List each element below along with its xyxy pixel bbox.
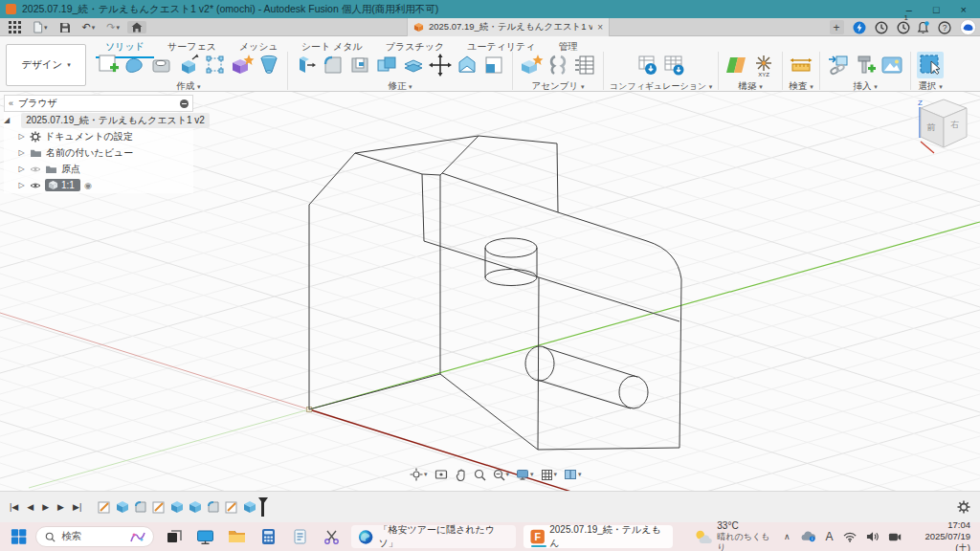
display-settings-icon[interactable]: ▾ [516, 469, 534, 480]
press-pull-icon[interactable] [294, 53, 319, 77]
select-tool-icon[interactable] [918, 53, 943, 77]
create-primitive-icon[interactable] [230, 53, 255, 77]
timeline-settings-gear-icon[interactable] [957, 500, 970, 514]
viewcube-right-label[interactable]: 右 [950, 120, 960, 129]
timeline-feature-sketch[interactable] [224, 499, 239, 515]
timeline-feature-sketch[interactable] [97, 499, 112, 515]
draft-icon[interactable] [455, 53, 479, 77]
browser-header[interactable]: « ブラウザ [4, 95, 193, 112]
step-back-button[interactable]: ◀ [27, 502, 33, 512]
close-tab-icon[interactable]: × [597, 22, 603, 33]
undo-icon[interactable]: ↶▾ [78, 21, 100, 33]
ime-indicator[interactable]: A [826, 530, 834, 543]
calculator-icon[interactable] [256, 524, 280, 549]
step-forward-button[interactable]: ▶ [57, 502, 64, 512]
camera-icon[interactable] [888, 532, 902, 542]
offset-face-icon[interactable] [481, 53, 506, 77]
viewport[interactable]: « ブラウザ ◢ 2025.07.19_続・テルえもんクエスト1 v2 ▷ ドキ… [0, 92, 980, 491]
loft-icon[interactable] [256, 53, 281, 77]
timeline-feature-extrude[interactable] [169, 499, 185, 515]
point-xyz-icon[interactable]: XYZ [751, 53, 776, 77]
timeline-feature-extrude[interactable] [242, 499, 257, 515]
redo-icon[interactable]: ↷▾ [102, 21, 123, 33]
zoom-icon[interactable] [474, 469, 486, 481]
visibility-eye-icon[interactable] [30, 182, 41, 189]
split-body-icon[interactable] [401, 53, 426, 77]
browser-row-component[interactable]: ▷ 1:1 ◉ [17, 177, 193, 193]
visibility-eye-icon[interactable] [30, 165, 41, 173]
form-icon[interactable] [122, 53, 147, 77]
wifi-icon[interactable] [843, 532, 857, 542]
start-button-icon[interactable] [10, 527, 28, 546]
expanded-icon[interactable]: ◢ [4, 116, 10, 124]
insert-derive-icon[interactable] [826, 53, 851, 77]
measure-icon[interactable] [789, 53, 813, 77]
home-icon[interactable] [127, 21, 146, 33]
timeline-feature-fillet[interactable] [206, 499, 221, 515]
fillet-icon[interactable] [321, 53, 345, 77]
edge-taskbar-button[interactable]: 「格安ツアーに隠されたウソ」 [351, 525, 516, 548]
component-badge[interactable]: 1:1 [45, 179, 80, 191]
app-grid-icon[interactable] [5, 20, 25, 34]
display-toggle-icon[interactable] [180, 99, 189, 108]
document-tab[interactable]: 2025.07.19_続・テルえもんクエスト1 v2* × [407, 18, 610, 36]
clock-widget[interactable]: 17:04 2025/07/19 (土) [911, 519, 970, 551]
task-view-icon[interactable] [162, 524, 186, 549]
orbit-icon[interactable]: ▾ [410, 468, 428, 481]
timeline-feature-extrude[interactable] [115, 499, 130, 515]
configuration-icon[interactable] [635, 53, 660, 77]
onedrive-cloud-icon[interactable]: i [800, 531, 816, 542]
user-avatar[interactable] [960, 19, 976, 35]
maximize-button[interactable]: □ [933, 4, 940, 15]
shell-icon[interactable] [347, 53, 372, 77]
create-sketch-icon[interactable] [96, 53, 121, 77]
job-status-icon[interactable] [875, 21, 888, 34]
grid-layout-icon[interactable]: ▾ [541, 469, 558, 481]
design-workspace-dropdown[interactable]: デザイン ▾ [6, 44, 86, 86]
collapsed-icon[interactable]: ▷ [17, 181, 26, 189]
timeline-feature-sketch[interactable] [151, 499, 167, 515]
browser-row-origin[interactable]: ▷ 原点 [17, 161, 193, 177]
collapsed-icon[interactable]: ▷ [17, 165, 26, 173]
browser-row-document-settings[interactable]: ▷ ドキュメントの設定 [17, 128, 193, 144]
new-component-icon[interactable] [519, 53, 544, 77]
save-icon[interactable] [56, 21, 75, 34]
activate-component-radio[interactable]: ◉ [84, 181, 92, 190]
play-button[interactable]: ▶ [42, 502, 49, 512]
bell-icon[interactable] [917, 21, 929, 34]
joint-icon[interactable] [546, 53, 570, 77]
collapsed-icon[interactable]: ▷ [17, 148, 26, 157]
volume-icon[interactable] [866, 531, 879, 542]
snipping-tool-icon[interactable] [320, 524, 344, 549]
timeline-feature-extrude[interactable] [188, 499, 203, 515]
extensions-icon[interactable] [853, 21, 866, 34]
viewports-icon[interactable]: ▾ [564, 469, 582, 480]
browser-row-named-views[interactable]: ▷ 名前の付いたビュー [17, 144, 193, 161]
go-to-end-button[interactable]: ▶| [73, 502, 81, 512]
canvas-image-icon[interactable] [880, 53, 904, 77]
combine-icon[interactable] [374, 53, 399, 77]
file-explorer-icon[interactable] [225, 524, 249, 549]
close-button[interactable]: × [961, 4, 967, 15]
browser-root-row[interactable]: ◢ 2025.07.19_続・テルえもんクエスト1 v2 [4, 112, 193, 128]
insert-fastener-icon[interactable] [853, 53, 878, 77]
pan-icon[interactable] [455, 469, 467, 481]
fusion-taskbar-button[interactable]: F 2025.07.19_続・テルえもん [523, 525, 673, 548]
weather-widget[interactable]: 33°C 晴れのちくもり [694, 520, 776, 551]
view-cube[interactable]: Z 前 右 [911, 94, 974, 163]
search-box[interactable]: 検索 [35, 526, 154, 547]
help-icon[interactable]: ? [938, 21, 951, 34]
tray-expand-chevron[interactable]: ∧ [784, 532, 791, 541]
zoom-window-icon[interactable]: ▾ [493, 469, 510, 481]
construction-plane-icon[interactable] [724, 53, 749, 77]
timeline-position-marker[interactable] [258, 497, 268, 517]
extrude-icon[interactable] [176, 53, 201, 77]
collapse-panel-icon[interactable]: « [9, 99, 13, 108]
file-menu-icon[interactable]: ▾ [29, 20, 52, 34]
timeline-feature-fillet[interactable] [133, 499, 148, 515]
new-tab-button[interactable]: + [830, 20, 844, 34]
display-app-icon[interactable] [193, 524, 217, 549]
notepad-app-icon[interactable] [288, 524, 312, 549]
bom-table-icon[interactable] [572, 53, 597, 77]
look-at-icon[interactable] [434, 469, 448, 480]
